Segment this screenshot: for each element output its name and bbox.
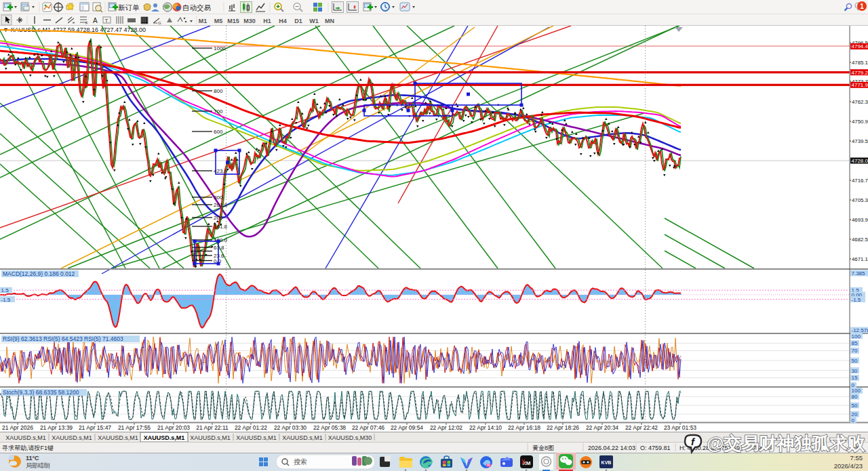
svg-text:KVB: KVB: [601, 460, 612, 465]
svg-text:22 Apr 20:34: 22 Apr 20:34: [586, 424, 618, 431]
svg-text:W1: W1: [309, 18, 319, 24]
svg-text:H4: H4: [279, 18, 287, 24]
svg-text:23 Apr 01:53: 23 Apr 01:53: [664, 424, 696, 431]
svg-text:XAUUSD.s,M1: XAUUSD.s,M1: [236, 434, 277, 441]
svg-text:F: F: [85, 21, 88, 25]
svg-text:22 Apr 05:38: 22 Apr 05:38: [313, 424, 346, 431]
svg-text:21 Apr 15:47: 21 Apr 15:47: [79, 424, 111, 431]
svg-text:自动交易: 自动交易: [182, 3, 211, 12]
svg-text:T: T: [105, 18, 108, 24]
svg-text:M30: M30: [243, 18, 256, 24]
svg-text:22 Apr 18:26: 22 Apr 18:26: [547, 424, 579, 431]
svg-text:50: 50: [852, 403, 858, 409]
svg-text:4762.30: 4762.30: [852, 99, 868, 105]
svg-text:新订单: 新订单: [118, 3, 140, 12]
svg-text:XAUUSD.s,M1: XAUUSD.s,M1: [98, 434, 138, 441]
svg-text:寻求帮助,请按F1键: 寻求帮助,请按F1键: [1, 445, 54, 451]
svg-text:M1: M1: [199, 18, 208, 24]
svg-text:G: G: [158, 21, 161, 25]
svg-text:XAUUSD.s,M1: XAUUSD.s,M1: [190, 434, 231, 441]
svg-text:80: 80: [852, 394, 858, 400]
svg-text:AI: AI: [487, 464, 490, 467]
svg-text:XAUUSD.s,M1: XAUUSD.s,M1: [5, 434, 46, 441]
svg-text:H1: H1: [263, 18, 271, 24]
svg-text:261.8: 261.8: [214, 202, 228, 208]
svg-text:100: 100: [852, 388, 861, 394]
svg-text:4779.21: 4779.21: [852, 70, 868, 76]
svg-text:XAUUSD.s,M1: XAUUSD.s,M1: [282, 434, 323, 441]
svg-text:22 Apr 09:54: 22 Apr 09:54: [391, 424, 423, 431]
svg-text:Stoch(9,3,3) 68.6335 58.1200: Stoch(9,3,3) 68.6335 58.1200: [3, 389, 79, 396]
svg-text:22 Apr 22:42: 22 Apr 22:42: [625, 424, 658, 431]
svg-text:22 Apr 03:30: 22 Apr 03:30: [274, 424, 307, 431]
svg-text:1000: 1000: [214, 45, 226, 52]
svg-text:85: 85: [852, 340, 858, 346]
svg-text:21 Apr 17:55: 21 Apr 17:55: [118, 424, 151, 431]
svg-text:22 Apr 01:22: 22 Apr 01:22: [235, 424, 267, 431]
svg-text:黄金8图: 黄金8图: [532, 445, 554, 451]
svg-text:50: 50: [852, 358, 858, 364]
svg-text:XAUUSD.s,M30: XAUUSD.s,M30: [328, 434, 372, 441]
svg-text:MN: MN: [325, 18, 334, 24]
svg-text:2026.04.22 14:03: 2026.04.22 14:03: [588, 445, 635, 451]
svg-text:-1.5: -1.5: [1, 297, 11, 303]
svg-text:RSI(9) 62.3613 RSI(5) 64.5423: RSI(9) 62.3613 RSI(5) 64.5423 RSI(5) 71.…: [3, 335, 123, 342]
svg-text:4739.50: 4739.50: [852, 138, 868, 144]
svg-text:800: 800: [214, 88, 223, 94]
svg-text:100.0: 100.0: [214, 237, 228, 243]
svg-text:161.8: 161.8: [214, 224, 228, 230]
svg-text:300: 300: [214, 194, 223, 201]
svg-text:M15: M15: [227, 18, 239, 24]
svg-text:21 Apr 2026: 21 Apr 2026: [2, 424, 33, 431]
svg-text:0: 0: [852, 417, 855, 424]
svg-text:D1: D1: [294, 18, 302, 24]
svg-text:100: 100: [852, 333, 861, 340]
svg-text:22 Apr 16:18: 22 Apr 16:18: [508, 424, 540, 431]
svg-text:MACD(12,26,9) 0.186 0.012: MACD(12,26,9) 0.186 0.012: [3, 270, 75, 277]
svg-text:4794.40: 4794.40: [852, 43, 868, 49]
svg-text:21 Apr 20:03: 21 Apr 20:03: [157, 424, 190, 431]
svg-text:O: 4759.81: O: 4759.81: [640, 445, 671, 451]
svg-text:1.5: 1.5: [1, 287, 9, 293]
svg-text:21 Apr 22:11: 21 Apr 22:11: [196, 424, 229, 431]
svg-text:4728.00: 4728.00: [852, 158, 868, 164]
svg-text:4716.70: 4716.70: [852, 178, 868, 184]
svg-text:XAUUSD.s,M1: XAUUSD.s,M1: [52, 434, 92, 441]
svg-text:4771.92: 4771.92: [852, 82, 868, 88]
svg-text:200: 200: [214, 215, 223, 221]
svg-text:600: 600: [214, 129, 223, 135]
svg-text:4750.90: 4750.90: [852, 119, 868, 125]
svg-text:@交易财神独孤求败: @交易财神独孤求败: [707, 433, 865, 453]
svg-text:700: 700: [214, 108, 223, 115]
svg-text:30: 30: [852, 368, 858, 374]
svg-text:21 Apr 13:39: 21 Apr 13:39: [40, 424, 73, 431]
svg-text:15: 15: [852, 375, 858, 381]
svg-text:4682.50: 4682.50: [852, 237, 868, 243]
svg-text:4785.10: 4785.10: [852, 60, 868, 66]
svg-text:7.385: 7.385: [852, 270, 866, 277]
svg-text:22 Apr 07:46: 22 Apr 07:46: [352, 424, 384, 431]
svg-text:1: 1: [860, 3, 864, 10]
svg-text:20: 20: [852, 411, 858, 417]
svg-text:4693.90: 4693.90: [852, 217, 868, 223]
svg-text:4705.30: 4705.30: [852, 197, 868, 203]
svg-text:22 Apr 14:10: 22 Apr 14:10: [469, 424, 502, 431]
svg-text:-1.5: -1.5: [852, 297, 861, 303]
svg-text:22 Apr 12:02: 22 Apr 12:02: [430, 424, 462, 431]
svg-text:M5: M5: [214, 18, 223, 24]
svg-text:XAUUSD.s,M1: XAUUSD.s,M1: [144, 434, 185, 441]
svg-text:70: 70: [852, 348, 858, 354]
svg-text:2026/4/23: 2026/4/23: [834, 462, 863, 470]
svg-text:61.8: 61.8: [214, 245, 224, 251]
svg-text:4671.10: 4671.10: [852, 256, 868, 262]
svg-text:A: A: [93, 17, 98, 24]
